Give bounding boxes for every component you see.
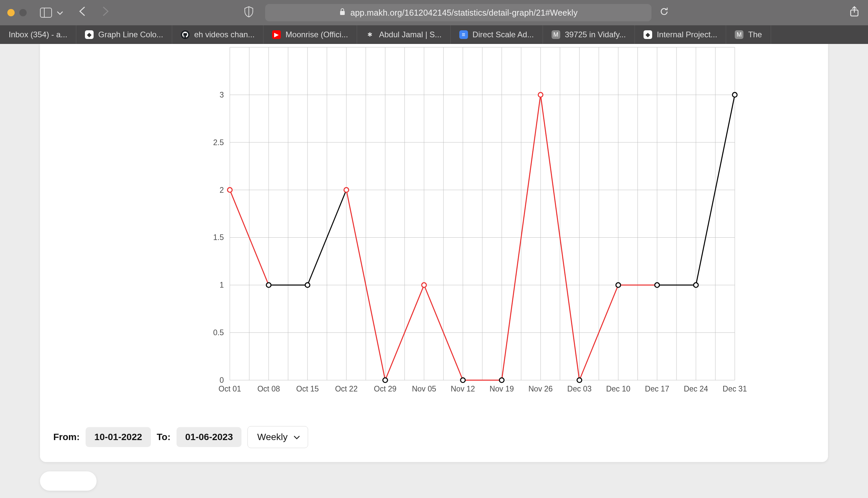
controls-row: From: 10-01-2022 To: 01-06-2023 Weekly <box>40 420 828 448</box>
share-icon[interactable] <box>849 6 859 19</box>
floating-pill[interactable] <box>40 471 96 491</box>
tab-strip: Inbox (354) - a... ◆Graph Line Colo... e… <box>0 25 868 44</box>
tab-label: Internal Project... <box>657 30 717 39</box>
tab-graph-line[interactable]: ◆Graph Line Colo... <box>76 25 172 44</box>
favicon-icon: ◆ <box>644 30 652 39</box>
sidebar-toggle-icon[interactable] <box>40 8 52 18</box>
svg-rect-0 <box>40 8 52 17</box>
svg-text:Dec 24: Dec 24 <box>684 384 708 393</box>
svg-text:0: 0 <box>220 376 224 384</box>
reload-icon[interactable] <box>660 6 669 19</box>
tab-youtube[interactable]: ▶Moonrise (Offici... <box>263 25 357 44</box>
svg-rect-3 <box>340 11 345 15</box>
period-select[interactable]: Weekly <box>247 426 308 448</box>
svg-point-86 <box>655 283 660 287</box>
svg-text:Nov 26: Nov 26 <box>528 384 553 393</box>
tab-label: eh videos chan... <box>194 30 255 39</box>
svg-point-85 <box>616 283 621 287</box>
chevron-down-icon <box>293 432 300 442</box>
tab-label: Graph Line Colo... <box>98 30 163 39</box>
line-chart: 00.511.522.53Oct 01Oct 08Oct 15Oct 22Oct… <box>40 44 828 420</box>
youtube-icon: ▶ <box>272 30 281 39</box>
tab-vidafy[interactable]: M39725 in Vidafy... <box>543 25 635 44</box>
svg-text:2: 2 <box>220 186 224 194</box>
svg-point-78 <box>344 188 349 193</box>
svg-point-84 <box>577 378 582 382</box>
lock-icon <box>339 8 346 18</box>
from-date-input[interactable]: 10-01-2022 <box>86 427 151 447</box>
tab-label: Abdul Jamal | S... <box>379 30 442 39</box>
svg-text:2.5: 2.5 <box>213 138 224 147</box>
svg-point-77 <box>305 283 310 287</box>
period-value: Weekly <box>257 432 287 442</box>
svg-point-79 <box>383 378 387 382</box>
forward-button <box>101 6 110 19</box>
to-label: To: <box>157 432 170 442</box>
tab-internal[interactable]: ◆Internal Project... <box>635 25 726 44</box>
page-background: 00.511.522.53Oct 01Oct 08Oct 15Oct 22Oct… <box>0 44 868 498</box>
svg-text:0.5: 0.5 <box>213 328 224 337</box>
svg-point-83 <box>538 93 543 97</box>
traffic-dot[interactable] <box>19 9 27 16</box>
tab-label: Moonrise (Offici... <box>285 30 348 39</box>
svg-point-76 <box>267 283 271 287</box>
url-text: app.makh.org/1612042145/statistics/detai… <box>350 8 578 18</box>
svg-point-87 <box>694 283 698 287</box>
svg-text:Nov 12: Nov 12 <box>451 384 475 393</box>
svg-point-75 <box>228 188 232 193</box>
svg-point-80 <box>422 283 426 287</box>
svg-text:3: 3 <box>220 91 224 99</box>
svg-text:Dec 31: Dec 31 <box>723 384 747 393</box>
traffic-yellow[interactable] <box>7 9 15 16</box>
svg-text:Dec 17: Dec 17 <box>645 384 669 393</box>
m-icon: M <box>552 30 560 39</box>
tab-the[interactable]: MThe <box>726 25 771 44</box>
shield-icon[interactable] <box>244 6 254 19</box>
svg-text:Nov 05: Nov 05 <box>412 384 436 393</box>
svg-text:Nov 19: Nov 19 <box>490 384 514 393</box>
svg-text:Oct 08: Oct 08 <box>258 384 280 393</box>
svg-text:Oct 01: Oct 01 <box>219 384 241 393</box>
tab-label: Inbox (354) - a... <box>9 30 67 39</box>
svg-text:1: 1 <box>220 280 224 289</box>
svg-text:Dec 10: Dec 10 <box>606 384 631 393</box>
stats-card: 00.511.522.53Oct 01Oct 08Oct 15Oct 22Oct… <box>40 44 828 462</box>
svg-text:Oct 15: Oct 15 <box>296 384 319 393</box>
tab-inbox[interactable]: Inbox (354) - a... <box>0 25 76 44</box>
chart-area: 00.511.522.53Oct 01Oct 08Oct 15Oct 22Oct… <box>40 44 828 420</box>
svg-point-82 <box>499 378 504 382</box>
m-icon: M <box>735 30 743 39</box>
svg-point-88 <box>733 93 737 97</box>
from-label: From: <box>53 432 80 442</box>
gear-icon: ✱ <box>366 30 374 39</box>
back-button[interactable] <box>78 6 87 19</box>
github-icon <box>181 30 190 39</box>
tab-label: Direct Scale Ad... <box>472 30 534 39</box>
svg-text:1.5: 1.5 <box>213 233 224 242</box>
svg-text:Dec 03: Dec 03 <box>567 384 592 393</box>
svg-text:Oct 22: Oct 22 <box>335 384 358 393</box>
svg-text:Oct 29: Oct 29 <box>374 384 397 393</box>
tab-docs[interactable]: ≡Direct Scale Ad... <box>451 25 543 44</box>
to-date-input[interactable]: 01-06-2023 <box>177 427 242 447</box>
docs-icon: ≡ <box>459 30 468 39</box>
tab-label: 39725 in Vidafy... <box>565 30 626 39</box>
svg-point-81 <box>461 378 465 382</box>
browser-toolbar: app.makh.org/1612042145/statistics/detai… <box>0 0 868 25</box>
tab-github[interactable]: eh videos chan... <box>172 25 263 44</box>
tab-jamal[interactable]: ✱Abdul Jamal | S... <box>357 25 451 44</box>
address-bar[interactable]: app.makh.org/1612042145/statistics/detai… <box>265 4 651 21</box>
tab-label: The <box>748 30 762 39</box>
favicon-icon: ◆ <box>85 30 94 39</box>
chevron-down-icon[interactable] <box>56 8 63 17</box>
window-traffic-lights <box>7 9 27 16</box>
